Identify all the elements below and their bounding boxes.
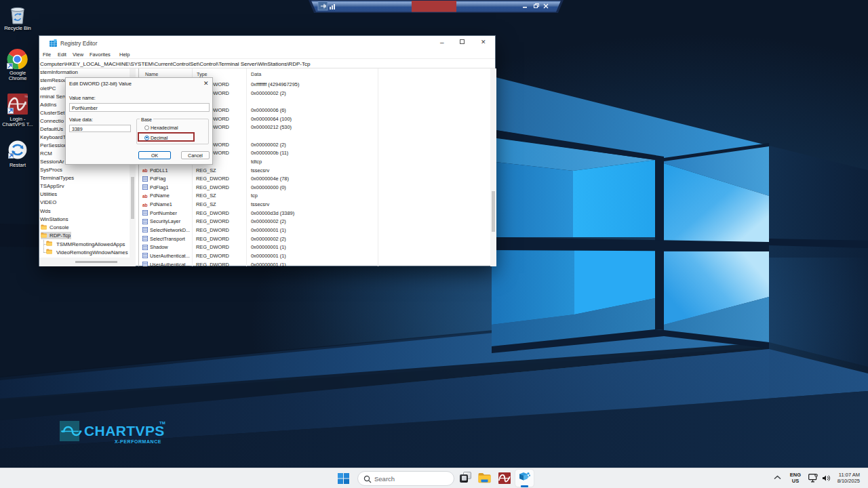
svg-text:ab: ab: [142, 168, 148, 173]
svg-text:ab: ab: [142, 202, 148, 207]
svg-text:TM: TM: [24, 95, 28, 98]
svg-text:ab: ab: [142, 193, 148, 198]
